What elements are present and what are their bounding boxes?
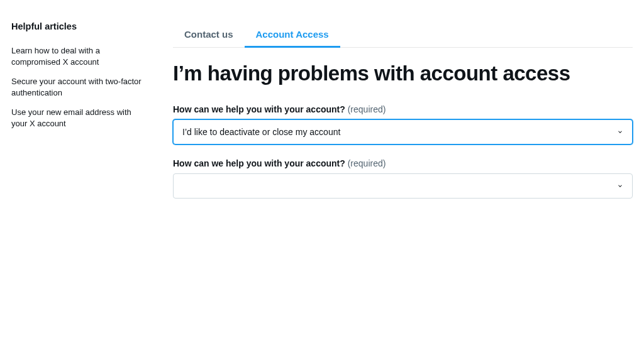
sidebar-item-email[interactable]: Use your new email address with your X a… [11,107,147,129]
tabs: Contact us Account Access [173,23,633,48]
main-content: Contact us Account Access I’m having pro… [159,13,633,325]
field-required-text: (required) [348,158,386,168]
field-group-1: How can we help you with your account? (… [173,104,633,144]
select-account-help-2[interactable] [173,173,633,199]
tab-account-access[interactable]: Account Access [245,23,340,47]
field-label-2: How can we help you with your account? (… [173,158,633,168]
sidebar-item-label: Use your new email address with your X a… [11,107,131,128]
sidebar: Helpful articles Learn how to deal with … [11,13,159,325]
sidebar-title: Helpful articles [11,21,147,31]
sidebar-item-two-factor[interactable]: Secure your account with two-factor auth… [11,76,147,98]
field-label-1: How can we help you with your account? (… [173,104,633,114]
sidebar-list: Learn how to deal with a compromised X a… [11,45,147,129]
sidebar-item-compromised[interactable]: Learn how to deal with a compromised X a… [11,45,147,67]
chevron-down-icon [617,129,623,135]
chevron-down-icon [617,183,623,189]
tab-label: Account Access [256,29,329,40]
sidebar-item-label: Secure your account with two-factor auth… [11,77,142,97]
field-label-text: How can we help you with your account? [173,158,345,168]
select-account-help-1[interactable]: I’d like to deactivate or close my accou… [173,119,633,144]
field-label-text: How can we help you with your account? [173,104,345,114]
page-title: I’m having problems with account access [173,62,633,85]
sidebar-item-label: Learn how to deal with a compromised X a… [11,46,100,67]
tab-contact-us[interactable]: Contact us [173,23,245,47]
field-group-2: How can we help you with your account? (… [173,158,633,199]
tab-label: Contact us [184,29,233,40]
select-value: I’d like to deactivate or close my accou… [182,127,340,137]
field-required-text: (required) [348,104,386,114]
